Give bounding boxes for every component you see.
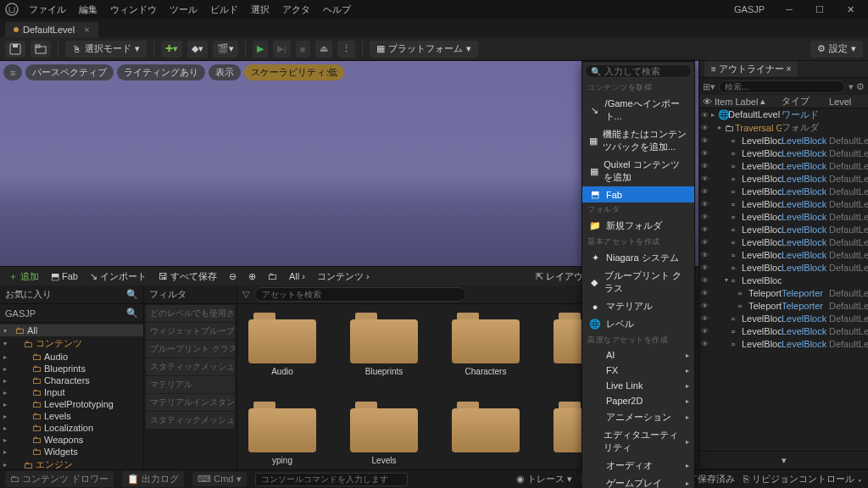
ctx-item[interactable]: ◆ブループリント クラス (582, 267, 694, 297)
maximize-button[interactable]: ☐ (807, 1, 832, 18)
filter-item[interactable]: スタティックメッシュフォリ (146, 358, 235, 375)
outliner-row[interactable]: 👁▫LevelBlock2LevelBlockDefaultLev (699, 147, 868, 159)
ctx-item[interactable]: FX▸ (582, 363, 694, 378)
tree-item[interactable]: ▸🗀Levels (0, 410, 143, 422)
outliner-row[interactable]: 👁▫LevelBlock10LevelBlockDefaultLev (699, 248, 868, 261)
asset-search-input[interactable] (254, 287, 466, 302)
show-pill[interactable]: 表示 (209, 64, 241, 80)
filter-item[interactable]: マテリアルインスタンス (146, 394, 235, 411)
ctx-item[interactable]: ✦Niagara システム (582, 249, 694, 267)
outliner-row[interactable]: 👁▫LevelBlock13LevelBlockDefaultLev (699, 312, 868, 324)
outliner-row[interactable]: 👁▫Teleporter_SendTeleporterDefaultLev (699, 299, 868, 312)
tree-item[interactable]: ▸🗀Localization (0, 422, 143, 434)
folder-item[interactable]: Levels (346, 402, 422, 465)
filter-item[interactable]: マテリアル (146, 376, 235, 393)
play-button[interactable]: ▶ (253, 41, 268, 58)
outliner-row[interactable]: 👁▫Teleporter_SendTeleporterDefaultLev (699, 286, 868, 299)
history-fwd-button[interactable]: ⊕ (245, 269, 259, 284)
filter-item[interactable]: ブループリント クラス (146, 341, 235, 358)
import-button[interactable]: ↘ インポート (86, 269, 150, 284)
play-options-button[interactable]: ⋮ (337, 41, 355, 58)
save-all-button[interactable]: 🖫 すべて保存 (155, 269, 220, 284)
tree-item[interactable]: ▸🗀Characters (0, 374, 143, 386)
menu-選択[interactable]: 選択 (246, 2, 275, 18)
menu-ツール[interactable]: ツール (164, 2, 203, 18)
tree-item[interactable]: ▸🗀Widgets (0, 446, 143, 458)
context-search-input[interactable]: 🔍 入力して検索 (585, 64, 692, 78)
ctx-item[interactable]: Live Link▸ (582, 378, 694, 393)
ctx-item[interactable]: ●マテリアル (582, 297, 694, 315)
browse-button[interactable] (31, 41, 51, 58)
outliner-row[interactable]: 👁▸🗀Traversal Gymフォルダ (699, 121, 868, 134)
outliner-row[interactable]: 👁▫LevelBlock4LevelBlockDefaultLev (699, 172, 868, 185)
outliner-row[interactable]: 👁▫LevelBlock8LevelBlockDefaultLev (699, 223, 868, 236)
outliner-row[interactable]: 👁▫LevelBlock9LevelBlockDefaultLev (699, 236, 868, 248)
folder-item[interactable]: Blueprints (346, 313, 422, 376)
tree-item[interactable]: ▸🗀Weapons (0, 434, 143, 446)
search-icon[interactable]: 🔍 (126, 308, 138, 319)
col-label[interactable]: Item Label (715, 97, 758, 107)
ctx-item[interactable]: エディタユーティリティ▸ (582, 426, 694, 457)
outliner-row[interactable]: 👁▫LevelBlock6LevelBlockDefaultLev (699, 197, 868, 210)
menu-ファイル[interactable]: ファイル (24, 2, 71, 18)
outliner-row[interactable]: 👁▫LevelBlock_TraverLevelBlockDefaultLev (699, 337, 868, 350)
console-input[interactable] (255, 473, 408, 486)
menu-ビルド[interactable]: ビルド (205, 2, 243, 18)
ctx-item[interactable]: 📁新規フォルダ (582, 217, 694, 235)
tree-item[interactable]: ▸🗀Audio (0, 351, 143, 363)
folder-item[interactable]: Audio (244, 313, 320, 376)
tree-item[interactable]: ▾🗀All (0, 324, 143, 336)
col-type[interactable]: タイプ (782, 95, 829, 108)
breadcrumb-folder-icon[interactable]: 🗀 (264, 269, 281, 284)
ctx-item[interactable]: 🌐レベル (582, 315, 694, 333)
eye-icon[interactable]: 👁 (703, 97, 712, 107)
folder-item[interactable] (448, 402, 524, 465)
ctx-item[interactable]: ↘/Gameへインポート... (582, 95, 694, 125)
trace-button[interactable]: ◉ トレース ▾ (516, 473, 572, 485)
breadcrumb-content[interactable]: コンテンツ › (314, 269, 373, 284)
settings-button[interactable]: ⚙ 設定 ▾ (810, 41, 863, 58)
col-level[interactable]: Level (829, 97, 868, 107)
ctx-item[interactable]: オーディオ▸ (582, 457, 694, 474)
outliner-search-input[interactable] (719, 80, 845, 93)
outliner-row[interactable]: 👁▫LevelBlock5LevelBlockDefaultLev (699, 185, 868, 197)
menu-アクタ[interactable]: アクタ (277, 2, 315, 18)
outliner-settings-icon[interactable]: ▾ ⚙ (849, 81, 865, 92)
filter-item[interactable]: スタティックメッシュ (146, 412, 235, 429)
add-actor-button[interactable]: ✚▾ (161, 41, 182, 58)
ctx-item[interactable]: アニメーション▸ (582, 408, 694, 426)
project-header[interactable]: GASJP🔍 (0, 304, 143, 323)
outliner-row[interactable]: 👁▫LevelBlock3LevelBlockDefaultLev (699, 159, 868, 172)
folder-item[interactable]: yping (244, 402, 320, 465)
cmd-label[interactable]: ⌨ Cmd ▾ (192, 472, 246, 486)
favorites-header[interactable]: お気に入り🔍 (0, 286, 143, 304)
history-back-button[interactable]: ⊖ (225, 269, 240, 284)
ctx-item[interactable]: Paper2D▸ (582, 393, 694, 408)
outliner-row[interactable]: 👁▫LevelBlock7LevelBlockDefaultLev (699, 210, 868, 223)
ctx-item[interactable]: ▦機能またはコンテンツパックを追加... (582, 125, 694, 156)
expand-arrow-icon[interactable]: ▾ (782, 455, 787, 466)
ctx-item[interactable]: ▦Quixel コンテンツを追加 (582, 156, 694, 186)
add-button[interactable]: ＋追加 (5, 269, 42, 284)
stop-button[interactable]: ■ (296, 41, 310, 58)
lighting-pill[interactable]: ライティングあり (117, 64, 205, 80)
mode-selector[interactable]: 🖱 選択モード ▾ (65, 41, 147, 58)
tree-item[interactable]: ▸🗀Input (0, 386, 143, 398)
cinematics-button[interactable]: 🎬▾ (213, 41, 238, 58)
folder-item[interactable]: Characters (448, 313, 524, 376)
blueprints-button[interactable]: ◆▾ (187, 41, 208, 58)
filter-item[interactable]: ウィジェットブループリント (146, 323, 235, 340)
tree-item[interactable]: ▸🗀Blueprints (0, 363, 143, 374)
fab-button[interactable]: ⬒ Fab (47, 269, 81, 284)
save-button[interactable] (5, 41, 25, 58)
ctx-item[interactable]: AI▸ (582, 347, 694, 363)
ctx-item[interactable]: ⬒Fab (582, 186, 694, 202)
outliner-row[interactable]: 👁▾▫LevelBlock12 (699, 274, 868, 286)
filter-icon[interactable]: ⊞▾ (703, 81, 715, 92)
outliner-tab[interactable]: ≡ アウトライナー × (704, 61, 798, 77)
scalability-pill[interactable]: スケーラビリティ:低 (244, 64, 344, 80)
breadcrumb-all[interactable]: All › (286, 269, 309, 284)
platform-button[interactable]: ▦ プラットフォーム ▾ (370, 41, 478, 58)
tree-item[interactable]: ▾🗀コンテンツ (0, 336, 143, 351)
outliner-row[interactable]: 👁▫LevelBlock_TraverLevelBlockDefaultLev (699, 324, 868, 337)
